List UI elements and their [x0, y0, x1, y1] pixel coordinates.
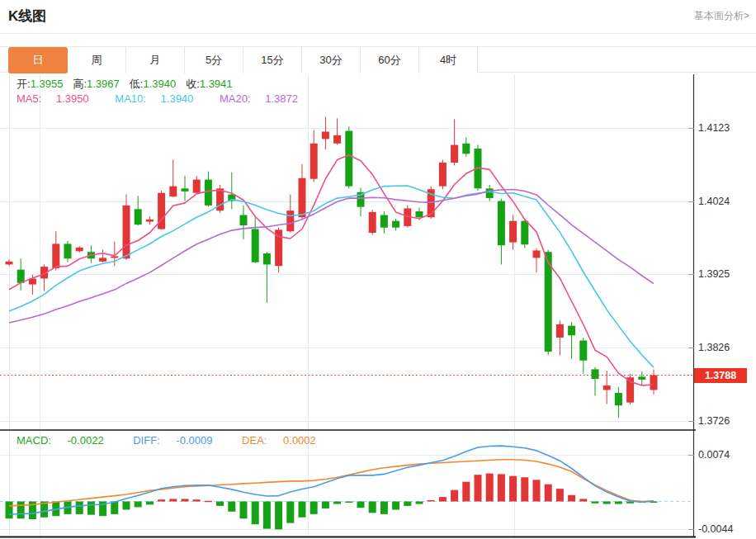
macd-bar	[475, 475, 482, 501]
candle	[568, 322, 575, 359]
tab-15分[interactable]: 15分	[243, 47, 302, 73]
price-axis-label: 1.4123	[698, 122, 730, 134]
candle	[357, 187, 365, 216]
candle	[533, 248, 541, 273]
candle	[345, 126, 352, 188]
ma5-line	[9, 155, 654, 385]
macd-bar	[205, 501, 212, 503]
high-value: 1.3967	[87, 78, 120, 90]
macd-bar	[345, 502, 352, 504]
candle	[310, 130, 318, 182]
candle	[228, 173, 235, 210]
diff-value: DIFF: -0.0009	[133, 434, 225, 447]
macd-bar	[380, 502, 388, 514]
current-price-badge: 1.3788	[694, 368, 747, 383]
macd-bar	[193, 499, 201, 501]
price-axis-label: 1.3925	[698, 268, 730, 280]
candle	[626, 374, 634, 405]
macd-bar	[310, 502, 318, 514]
candle	[592, 367, 599, 396]
close-value: 1.3941	[200, 78, 233, 90]
tab-月[interactable]: 月	[126, 47, 185, 73]
macd-bar	[111, 502, 118, 514]
candle	[169, 159, 177, 197]
page-title: K线图	[8, 7, 46, 26]
price-axis-label: 1.3726	[698, 415, 730, 427]
tab-60分[interactable]: 60分	[361, 47, 419, 73]
macd-bar	[123, 502, 130, 510]
header-divider	[0, 33, 756, 34]
macd-bar	[509, 476, 517, 502]
macd-bar	[451, 490, 458, 502]
candle	[193, 176, 201, 194]
candle	[650, 369, 658, 394]
candle	[205, 172, 212, 207]
price-axis-label: 1.3826	[698, 342, 730, 353]
candle	[638, 371, 645, 385]
candle	[392, 219, 399, 230]
macd-bar	[486, 474, 494, 502]
price-axis-label: 1.4024	[698, 196, 730, 207]
open-value: 1.3955	[31, 78, 64, 90]
ma-readout: MA5: 1.3950 MA10: 1.3940 MA20: 1.3872	[17, 92, 321, 105]
candle	[64, 241, 72, 262]
candle	[333, 118, 341, 144]
macd-bar	[263, 502, 271, 529]
candle	[52, 231, 59, 270]
candle	[509, 215, 517, 250]
macd-bar	[533, 480, 541, 501]
macd-bar	[357, 502, 365, 508]
candle	[6, 259, 13, 266]
low-label: 低:	[130, 78, 144, 90]
candle	[603, 371, 611, 404]
candle	[182, 176, 189, 201]
dea-value: DEA: 0.0002	[242, 434, 329, 447]
axis-ticks	[687, 129, 694, 530]
candle	[40, 264, 48, 291]
candle	[99, 250, 106, 262]
kline-widget: K线图 基本面分析> 日周月5分15分30分60分4时 开:1.3955高:1.…	[0, 0, 756, 539]
macd-bar	[146, 502, 154, 505]
macd-bar	[333, 502, 341, 504]
macd-bar	[369, 502, 376, 513]
candle	[240, 206, 248, 239]
tab-5分[interactable]: 5分	[185, 47, 243, 73]
candle	[462, 138, 470, 157]
macd-bar	[135, 502, 142, 508]
candle	[439, 159, 447, 189]
open-label: 开:	[17, 78, 31, 90]
candle	[322, 117, 329, 149]
macd-bar	[299, 502, 306, 518]
period-tab-bar: 日周月5分15分30分60分4时	[0, 46, 756, 73]
macd-bar	[545, 485, 552, 502]
tab-30分[interactable]: 30分	[302, 47, 361, 73]
macd-bar	[169, 499, 177, 501]
candle	[579, 338, 587, 374]
macd-bar	[556, 489, 564, 501]
candle	[451, 119, 458, 165]
macd-axis-label: -0.0044	[698, 523, 733, 535]
candle	[299, 164, 306, 219]
candle	[17, 258, 25, 290]
macd-bar	[182, 499, 189, 501]
macd-bar	[603, 502, 611, 504]
macd-bar	[498, 474, 505, 501]
macd-bar	[592, 502, 599, 504]
macd-bar	[216, 502, 224, 506]
macd-bar	[17, 502, 25, 519]
macd-bar	[416, 502, 423, 504]
ohlc-readout: 开:1.3955高:1.3967低:1.3940收:1.3941	[17, 77, 243, 92]
macd-bar	[615, 502, 622, 504]
candlestick-series	[6, 117, 658, 418]
macd-bar	[462, 482, 470, 502]
low-value: 1.3940	[143, 78, 176, 90]
tab-日[interactable]: 日	[8, 47, 68, 73]
candle	[158, 191, 165, 229]
macd-bar	[240, 502, 248, 519]
macd-bar	[158, 499, 165, 501]
tab-4时[interactable]: 4时	[419, 47, 478, 73]
fundamental-analysis-link[interactable]: 基本面分析>	[694, 9, 749, 23]
tab-周[interactable]: 周	[68, 47, 126, 73]
macd-bar	[322, 502, 329, 508]
macd-bar	[6, 502, 13, 519]
